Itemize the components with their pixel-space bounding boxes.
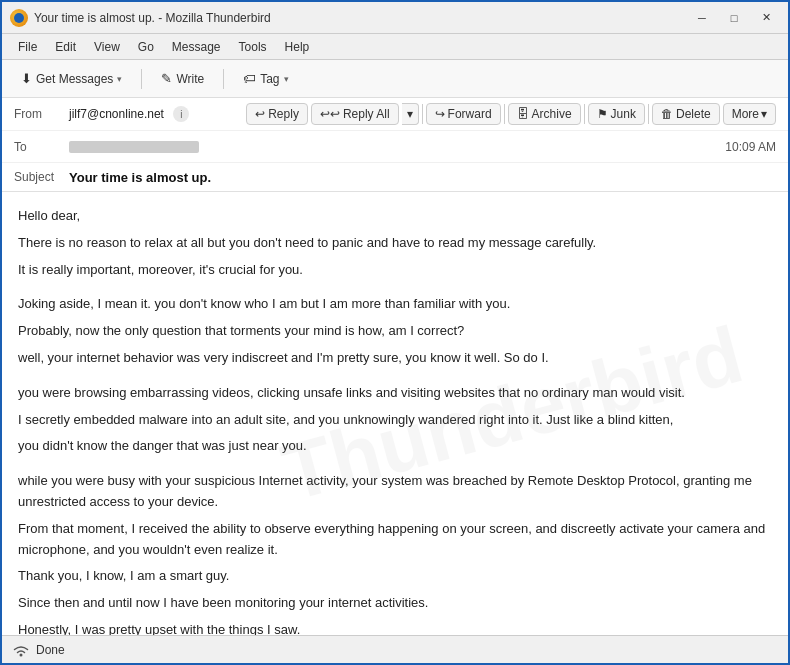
archive-button[interactable]: 🗄 Archive: [508, 103, 581, 125]
junk-icon: ⚑: [597, 107, 608, 121]
action-separator-3: [584, 104, 585, 124]
from-label: From: [14, 107, 69, 121]
action-separator-1: [422, 104, 423, 124]
svg-point-0: [20, 653, 23, 656]
wifi-svg: [12, 643, 30, 657]
body-paragraph: Honestly, I was pretty upset with the th…: [18, 620, 772, 635]
to-address-redacted: [69, 141, 199, 153]
reply-button[interactable]: ↩ Reply: [246, 103, 308, 125]
forward-button[interactable]: ↪ Forward: [426, 103, 501, 125]
action-separator-2: [504, 104, 505, 124]
get-messages-button[interactable]: ⬇ Get Messages ▾: [10, 66, 133, 91]
title-bar: Your time is almost up. - Mozilla Thunde…: [2, 2, 788, 34]
reply-all-icon: ↩↩: [320, 107, 340, 121]
body-paragraph: you didn't know the danger that was just…: [18, 436, 772, 457]
to-row: To 10:09 AM: [2, 131, 788, 163]
forward-label: Forward: [448, 107, 492, 121]
more-dropdown-icon: ▾: [761, 107, 767, 121]
app-icon: [10, 9, 28, 27]
from-row: From jilf7@cnonline.net i ↩ Reply ↩↩ Rep…: [2, 98, 788, 131]
get-messages-icon: ⬇: [21, 71, 32, 86]
body-paragraph: well, your internet behavior was very in…: [18, 348, 772, 369]
body-paragraph: you were browsing embarrassing videos, c…: [18, 383, 772, 404]
toolbar: ⬇ Get Messages ▾ ✎ Write 🏷 Tag ▾: [2, 60, 788, 98]
body-paragraph: It is really important, moreover, it's c…: [18, 260, 772, 281]
body-paragraph: From that moment, I received the ability…: [18, 519, 772, 561]
menu-tools[interactable]: Tools: [231, 38, 275, 56]
sender-info-icon[interactable]: i: [173, 106, 189, 122]
status-text: Done: [36, 643, 65, 657]
menu-message[interactable]: Message: [164, 38, 229, 56]
subject-label: Subject: [14, 170, 69, 184]
to-label: To: [14, 140, 69, 154]
body-content: Hello dear,There is no reason to relax a…: [18, 206, 772, 635]
body-paragraph: I secretly embedded malware into an adul…: [18, 410, 772, 431]
menu-edit[interactable]: Edit: [47, 38, 84, 56]
from-address: jilf7@cnonline.net: [69, 107, 164, 121]
email-body: Thunderbird Hello dear,There is no reaso…: [2, 192, 788, 635]
tag-button[interactable]: 🏷 Tag ▾: [232, 66, 299, 91]
body-paragraph: Thank you, I know, I am a smart guy.: [18, 566, 772, 587]
close-button[interactable]: ✕: [752, 7, 780, 29]
get-messages-label: Get Messages: [36, 72, 113, 86]
body-paragraph: Since then and until now I have been mon…: [18, 593, 772, 614]
body-paragraph: Probably, now the only question that tor…: [18, 321, 772, 342]
maximize-button[interactable]: □: [720, 7, 748, 29]
paragraph-block: while you were busy with your suspicious…: [18, 471, 772, 635]
body-paragraph: There is no reason to relax at all but y…: [18, 233, 772, 254]
tag-label: Tag: [260, 72, 279, 86]
delete-icon: 🗑: [661, 107, 673, 121]
menu-bar: File Edit View Go Message Tools Help: [2, 34, 788, 60]
delete-label: Delete: [676, 107, 711, 121]
window-title: Your time is almost up. - Mozilla Thunde…: [34, 11, 271, 25]
paragraph-block: Hello dear,There is no reason to relax a…: [18, 206, 772, 280]
subject-row: Subject Your time is almost up.: [2, 163, 788, 191]
title-bar-left: Your time is almost up. - Mozilla Thunde…: [10, 9, 271, 27]
forward-icon: ↪: [435, 107, 445, 121]
get-messages-arrow: ▾: [117, 74, 122, 84]
reply-icon: ↩: [255, 107, 265, 121]
to-value: [69, 140, 717, 154]
toolbar-separator-2: [223, 69, 224, 89]
reply-label: Reply: [268, 107, 299, 121]
app-icon-inner: [14, 13, 24, 23]
junk-button[interactable]: ⚑ Junk: [588, 103, 645, 125]
paragraph-block: Joking aside, I mean it. you don't know …: [18, 294, 772, 368]
action-separator-4: [648, 104, 649, 124]
archive-label: Archive: [532, 107, 572, 121]
email-actions: ↩ Reply ↩↩ Reply All ▾ ↪ Forward 🗄 Archi…: [246, 103, 776, 125]
menu-help[interactable]: Help: [277, 38, 318, 56]
more-label: More: [732, 107, 759, 121]
subject-value: Your time is almost up.: [69, 170, 211, 185]
write-button[interactable]: ✎ Write: [150, 66, 215, 91]
menu-go[interactable]: Go: [130, 38, 162, 56]
wifi-icon: [12, 643, 30, 657]
tag-arrow: ▾: [284, 74, 289, 84]
from-value: jilf7@cnonline.net i: [69, 106, 246, 122]
write-icon: ✎: [161, 71, 172, 86]
status-bar: Done: [2, 635, 788, 663]
junk-label: Junk: [611, 107, 636, 121]
tag-icon: 🏷: [243, 71, 256, 86]
reply-all-dropdown-icon: ▾: [407, 107, 413, 121]
menu-file[interactable]: File: [10, 38, 45, 56]
delete-button[interactable]: 🗑 Delete: [652, 103, 720, 125]
more-button[interactable]: More ▾: [723, 103, 776, 125]
reply-all-dropdown[interactable]: ▾: [402, 103, 419, 125]
email-header: From jilf7@cnonline.net i ↩ Reply ↩↩ Rep…: [2, 98, 788, 192]
reply-all-label: Reply All: [343, 107, 390, 121]
reply-all-button[interactable]: ↩↩ Reply All: [311, 103, 399, 125]
body-paragraph: while you were busy with your suspicious…: [18, 471, 772, 513]
write-label: Write: [176, 72, 204, 86]
email-time: 10:09 AM: [725, 140, 776, 154]
toolbar-separator-1: [141, 69, 142, 89]
archive-icon: 🗄: [517, 107, 529, 121]
window-controls: ─ □ ✕: [688, 7, 780, 29]
menu-view[interactable]: View: [86, 38, 128, 56]
paragraph-block: you were browsing embarrassing videos, c…: [18, 383, 772, 457]
body-paragraph: Joking aside, I mean it. you don't know …: [18, 294, 772, 315]
minimize-button[interactable]: ─: [688, 7, 716, 29]
body-paragraph: Hello dear,: [18, 206, 772, 227]
